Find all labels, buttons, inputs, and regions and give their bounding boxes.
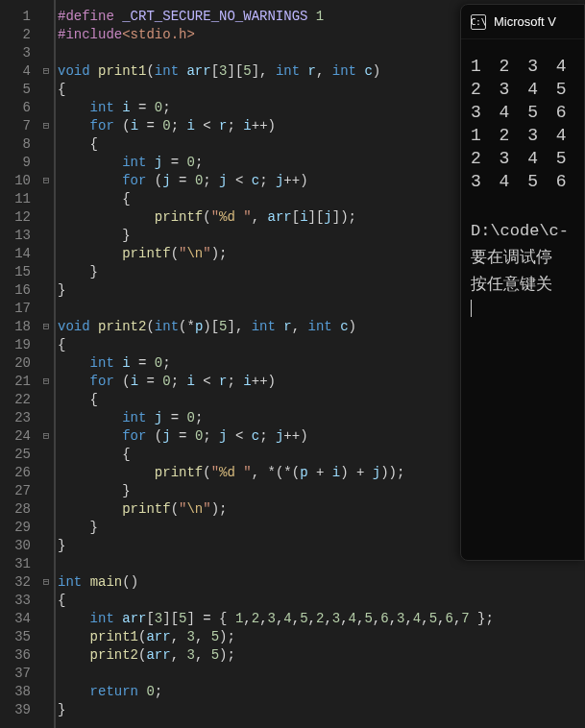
line-number[interactable]: 38 bbox=[0, 683, 31, 701]
line-number[interactable]: 39 bbox=[0, 701, 31, 719]
console-titlebar[interactable]: C:\ Microsoft V bbox=[461, 5, 584, 39]
fold-guide bbox=[38, 8, 54, 26]
line-number[interactable]: 28 bbox=[0, 500, 31, 519]
console-row: 3 4 5 6 7 bbox=[471, 101, 574, 124]
line-number[interactable]: 23 bbox=[0, 409, 31, 427]
fold-guide bbox=[38, 683, 54, 701]
line-number[interactable]: 2 bbox=[0, 26, 31, 44]
fold-guide bbox=[38, 354, 54, 373]
line-number[interactable]: 35 bbox=[0, 628, 31, 646]
fold-guide bbox=[38, 135, 54, 154]
line-number[interactable]: 9 bbox=[0, 154, 31, 172]
line-number[interactable]: 16 bbox=[0, 281, 31, 300]
fold-guide bbox=[38, 391, 54, 409]
line-number[interactable]: 5 bbox=[0, 81, 31, 99]
line-number[interactable]: 30 bbox=[0, 537, 31, 555]
console-icon: C:\ bbox=[471, 14, 486, 30]
line-number-gutter[interactable]: 1234567891011121314151617181920212223242… bbox=[0, 0, 38, 728]
fold-toggle-icon[interactable]: ⊟ bbox=[38, 427, 54, 446]
fold-guide bbox=[38, 208, 54, 227]
fold-guide bbox=[38, 336, 54, 354]
line-number[interactable]: 6 bbox=[0, 99, 31, 117]
fold-guide bbox=[38, 464, 54, 482]
fold-guide bbox=[38, 555, 54, 573]
fold-guide bbox=[38, 409, 54, 427]
line-number[interactable]: 11 bbox=[0, 190, 31, 208]
line-number[interactable]: 15 bbox=[0, 263, 31, 281]
fold-toggle-icon[interactable]: ⊟ bbox=[38, 62, 54, 81]
line-number[interactable]: 14 bbox=[0, 245, 31, 263]
line-number[interactable]: 19 bbox=[0, 336, 31, 354]
fold-guide bbox=[38, 519, 54, 537]
fold-toggle-icon[interactable]: ⊟ bbox=[38, 373, 54, 391]
console-window[interactable]: C:\ Microsoft V 1 2 3 4 52 3 4 5 63 4 5 … bbox=[460, 4, 585, 561]
line-number[interactable]: 36 bbox=[0, 646, 31, 665]
line-number[interactable]: 10 bbox=[0, 172, 31, 190]
code-line[interactable] bbox=[58, 665, 585, 683]
fold-guide bbox=[38, 99, 54, 117]
console-row: 2 3 4 5 6 bbox=[471, 147, 574, 170]
code-line[interactable]: print2(arr, 3, 5); bbox=[58, 646, 585, 665]
line-number[interactable]: 25 bbox=[0, 446, 31, 464]
code-line[interactable]: print1(arr, 3, 5); bbox=[58, 628, 585, 646]
fold-guide bbox=[38, 610, 54, 628]
line-number[interactable]: 20 bbox=[0, 354, 31, 373]
fold-guide bbox=[38, 646, 54, 665]
fold-guide bbox=[38, 263, 54, 281]
code-line[interactable]: { bbox=[58, 592, 585, 610]
line-number[interactable]: 34 bbox=[0, 610, 31, 628]
fold-guide bbox=[38, 190, 54, 208]
line-number[interactable]: 37 bbox=[0, 665, 31, 683]
line-number[interactable]: 17 bbox=[0, 300, 31, 318]
fold-guide bbox=[38, 81, 54, 99]
code-line[interactable]: } bbox=[58, 701, 585, 719]
fold-guide bbox=[38, 701, 54, 719]
fold-guide bbox=[38, 26, 54, 44]
fold-guide bbox=[38, 592, 54, 610]
fold-guide bbox=[38, 281, 54, 300]
fold-guide bbox=[38, 482, 54, 500]
console-row: 1 2 3 4 5 bbox=[471, 55, 574, 78]
line-number[interactable]: 32 bbox=[0, 573, 31, 592]
code-line[interactable]: return 0; bbox=[58, 683, 585, 701]
fold-guide bbox=[38, 245, 54, 263]
fold-toggle-icon[interactable]: ⊟ bbox=[38, 573, 54, 592]
line-number[interactable]: 18 bbox=[0, 318, 31, 336]
console-row: 2 3 4 5 6 bbox=[471, 78, 574, 101]
line-number[interactable]: 31 bbox=[0, 555, 31, 573]
console-text: D:\code\c- bbox=[471, 220, 574, 243]
line-number[interactable]: 3 bbox=[0, 44, 31, 62]
fold-toggle-icon[interactable]: ⊟ bbox=[38, 172, 54, 190]
console-output[interactable]: 1 2 3 4 52 3 4 5 63 4 5 6 71 2 3 4 52 3 … bbox=[461, 39, 584, 328]
code-line[interactable]: int main() bbox=[58, 573, 585, 592]
console-row: 1 2 3 4 5 bbox=[471, 124, 574, 147]
line-number[interactable]: 33 bbox=[0, 592, 31, 610]
fold-toggle-icon[interactable]: ⊟ bbox=[38, 318, 54, 336]
line-number[interactable]: 1 bbox=[0, 8, 31, 26]
code-line[interactable]: int arr[3][5] = { 1,2,3,4,5,2,3,4,5,6,3,… bbox=[58, 610, 585, 628]
fold-column[interactable]: ⊟⊟⊟⊟⊟⊟⊟ bbox=[38, 0, 54, 728]
line-number[interactable]: 12 bbox=[0, 208, 31, 227]
line-number[interactable]: 7 bbox=[0, 117, 31, 135]
line-number[interactable]: 24 bbox=[0, 427, 31, 446]
fold-guide bbox=[38, 300, 54, 318]
fold-guide bbox=[38, 537, 54, 555]
line-number[interactable]: 27 bbox=[0, 482, 31, 500]
line-number[interactable]: 22 bbox=[0, 391, 31, 409]
fold-toggle-icon[interactable]: ⊟ bbox=[38, 117, 54, 135]
fold-guide bbox=[38, 154, 54, 172]
line-number[interactable]: 26 bbox=[0, 464, 31, 482]
fold-guide bbox=[38, 628, 54, 646]
console-text: 要在调试停 bbox=[471, 247, 574, 270]
fold-guide bbox=[38, 500, 54, 519]
fold-guide bbox=[38, 446, 54, 464]
fold-guide bbox=[38, 44, 54, 62]
line-number[interactable]: 13 bbox=[0, 227, 31, 245]
line-number[interactable]: 21 bbox=[0, 373, 31, 391]
line-number[interactable]: 29 bbox=[0, 519, 31, 537]
fold-guide bbox=[38, 227, 54, 245]
line-number[interactable]: 8 bbox=[0, 135, 31, 154]
console-text: 按任意键关 bbox=[471, 274, 574, 297]
line-number[interactable]: 4 bbox=[0, 62, 31, 81]
console-row: 3 4 5 6 7 bbox=[471, 170, 574, 193]
